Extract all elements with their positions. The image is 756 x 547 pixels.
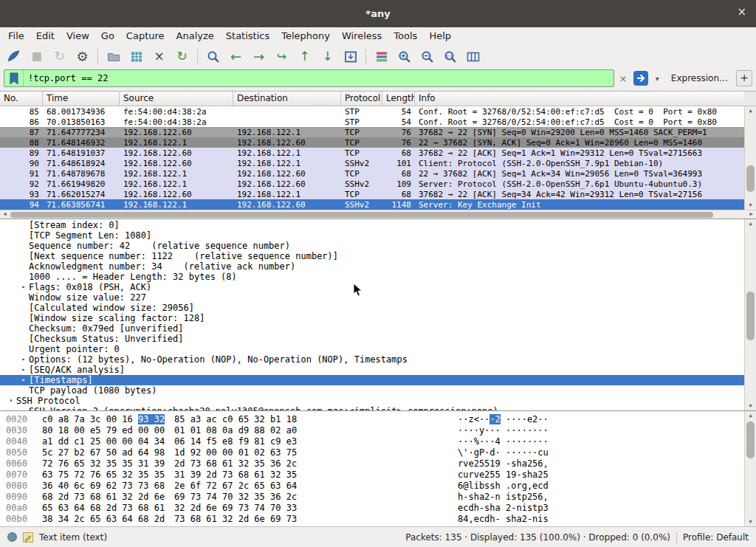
collapsed-expander-icon[interactable]: ▸: [18, 375, 29, 385]
column-header-destination[interactable]: Destination: [233, 92, 341, 106]
open-file-button[interactable]: [102, 47, 125, 66]
save-file-button[interactable]: [125, 47, 148, 66]
status-profile[interactable]: Profile: Default: [683, 532, 749, 543]
auto-scroll-button[interactable]: [339, 47, 362, 66]
packet-row-88[interactable]: 8871.648146932192.168.122.1192.168.122.6…: [0, 137, 744, 148]
hex-row-0040[interactable]: 0040a1 dd c1 25 00 00 04 3406 14 f5 e8 f…: [0, 436, 744, 447]
hex-row-0080[interactable]: 008036 40 6c 69 62 73 73 682e 6f 72 67 2…: [0, 481, 744, 492]
filter-bookmark-icon[interactable]: [4, 70, 24, 86]
detail-line[interactable]: ▸[Timestamps]: [0, 375, 744, 385]
details-scrollbar[interactable]: ▲ ▼: [744, 219, 756, 410]
add-filter-button[interactable]: +: [736, 70, 752, 86]
hex-row-0020[interactable]: 0020c0 a8 7a 3c 00 16 93 3285 a3 ac c0 6…: [0, 414, 744, 425]
column-header-no[interactable]: No.: [0, 92, 43, 106]
display-filter-input[interactable]: !tcp.port == 22: [4, 69, 614, 87]
filter-history-dropdown-icon[interactable]: ▾: [652, 75, 663, 83]
zoom-original-button[interactable]: 1:1: [439, 47, 461, 66]
zoom-out-button[interactable]: [416, 47, 439, 66]
capture-comment-icon[interactable]: [23, 532, 33, 543]
title-bar[interactable]: *any ×: [0, 0, 756, 27]
window-close-icon[interactable]: ×: [737, 7, 746, 18]
go-to-packet-button[interactable]: ↪: [270, 47, 293, 66]
packet-list-hscrollbar[interactable]: ◀ ▶: [0, 210, 756, 219]
column-header-length[interactable]: Length: [382, 92, 415, 106]
menu-item-tools[interactable]: Tools: [388, 29, 423, 43]
scroll-left-icon[interactable]: ◀: [0, 210, 10, 219]
close-file-button[interactable]: ×: [148, 47, 171, 66]
scroll-up-icon[interactable]: ▲: [745, 219, 756, 228]
start-capture-button[interactable]: [2, 47, 25, 66]
packet-row-92[interactable]: 9271.661949820192.168.122.1192.168.122.6…: [0, 179, 744, 189]
hex-row-0050[interactable]: 00505c 27 b2 67 50 ad 64 981d 92 00 00 0…: [0, 447, 744, 458]
go-first-button[interactable]: ↑: [293, 47, 316, 66]
detail-line[interactable]: ▸[SEQ/ACK analysis]: [0, 365, 744, 375]
packet-row-90[interactable]: 9071.648618924192.168.122.60192.168.122.…: [0, 158, 744, 168]
detail-line[interactable]: [Checksum Status: Unverified]: [0, 334, 744, 344]
menu-item-file[interactable]: File: [2, 29, 30, 43]
detail-line[interactable]: TCP payload (1080 bytes): [0, 385, 744, 396]
menu-item-analyze[interactable]: Analyze: [171, 29, 220, 43]
capture-options-button[interactable]: ⚙: [71, 47, 94, 66]
hex-row-00b0[interactable]: 00b038 34 2c 65 63 64 68 2d73 68 61 32 2…: [0, 514, 744, 525]
column-header-info[interactable]: Info: [415, 92, 744, 106]
scroll-right-icon[interactable]: ▶: [746, 210, 756, 219]
menu-item-telephony[interactable]: Telephony: [275, 29, 336, 43]
detail-line[interactable]: 1000 .... = Header Length: 32 bytes (8): [0, 272, 744, 282]
detail-line[interactable]: [Window size scaling factor: 128]: [0, 313, 744, 323]
colorize-button[interactable]: [370, 47, 393, 66]
detail-line[interactable]: Urgent pointer: 0: [0, 344, 744, 354]
hex-row-0060[interactable]: 006072 76 65 32 35 35 31 392d 73 68 61 3…: [0, 458, 744, 469]
scroll-down-icon[interactable]: ▼: [745, 402, 756, 410]
detail-line[interactable]: Window size value: 227: [0, 292, 744, 303]
hex-row-0030[interactable]: 003080 18 00 e5 79 ed 00 0001 01 08 0a d…: [0, 425, 744, 436]
find-packet-button[interactable]: [202, 47, 224, 66]
scroll-up-icon[interactable]: ▲: [745, 411, 756, 420]
detail-line[interactable]: ▸Options: (12 bytes), No-Operation (NOP)…: [0, 354, 744, 365]
detail-line[interactable]: Checksum: 0x79ed [unverified]: [0, 323, 744, 334]
column-header-source[interactable]: Source: [120, 92, 233, 106]
packet-row-89[interactable]: 8971.648191037192.168.122.60192.168.122.…: [0, 148, 744, 158]
detail-line[interactable]: [Next sequence number: 1122 (relative se…: [0, 251, 744, 261]
expanded-expander-icon[interactable]: ▾: [6, 396, 16, 406]
detail-line[interactable]: Sequence number: 42 (relative sequence n…: [0, 241, 744, 251]
scrollbar-thumb[interactable]: [746, 292, 755, 340]
packet-row-94[interactable]: 9471.663856741192.168.122.1192.168.122.6…: [0, 199, 744, 210]
hscrollbar-thumb[interactable]: [10, 212, 713, 218]
hex-row-0070[interactable]: 007063 75 72 76 65 32 35 3531 39 2d 73 6…: [0, 469, 744, 481]
hex-scrollbar[interactable]: ▲ ▼: [744, 411, 756, 526]
menu-item-statistics[interactable]: Statistics: [220, 29, 275, 43]
scroll-down-icon[interactable]: ▼: [745, 517, 756, 526]
detail-line[interactable]: Acknowledgment number: 34 (relative ack …: [0, 261, 744, 272]
menu-item-edit[interactable]: Edit: [30, 29, 61, 43]
collapsed-expander-icon[interactable]: ▸: [18, 282, 29, 292]
zoom-in-button[interactable]: [393, 47, 416, 66]
column-header-time[interactable]: Time: [43, 92, 120, 106]
expression-button[interactable]: Expression…: [665, 73, 734, 83]
hex-row-0090[interactable]: 009068 2d 73 68 61 32 2d 6e69 73 74 70 3…: [0, 492, 744, 503]
resize-columns-button[interactable]: [461, 47, 484, 66]
detail-line[interactable]: [TCP Segment Len: 1080]: [0, 230, 744, 241]
detail-line[interactable]: ▾SSH Protocol: [0, 396, 744, 406]
menu-item-wireless[interactable]: Wireless: [336, 29, 388, 43]
menu-item-help[interactable]: Help: [423, 29, 457, 43]
packet-list-scrollbar[interactable]: ▲ ▼: [744, 106, 756, 210]
stop-capture-button[interactable]: [25, 47, 48, 66]
expert-info-icon[interactable]: [7, 532, 17, 542]
detail-line[interactable]: ▸Flags: 0x018 (PSH, ACK): [0, 282, 744, 292]
packet-row-91[interactable]: 9171.648789678192.168.122.1192.168.122.6…: [0, 168, 744, 179]
packet-row-93[interactable]: 9371.662015274192.168.122.60192.168.122.…: [0, 189, 744, 199]
restart-capture-button[interactable]: ↻: [48, 47, 71, 66]
menu-item-view[interactable]: View: [61, 29, 95, 43]
scroll-up-icon[interactable]: ▲: [745, 106, 756, 115]
packet-row-85[interactable]: 8568.001734936fe:54:00:d4:38:2aSTP54Conf…: [0, 106, 744, 117]
detail-line[interactable]: [Calculated window size: 29056]: [0, 303, 744, 313]
go-back-button[interactable]: ←: [224, 47, 247, 66]
go-forward-button[interactable]: →: [247, 47, 270, 66]
hex-row-00a0[interactable]: 00a065 63 64 68 2d 73 68 6132 2d 6e 69 7…: [0, 503, 744, 514]
collapsed-expander-icon[interactable]: ▸: [18, 365, 29, 375]
reload-file-button[interactable]: ↻: [171, 47, 193, 66]
clear-filter-icon[interactable]: ×: [616, 73, 630, 84]
go-last-button[interactable]: ↓: [316, 47, 339, 66]
collapsed-expander-icon[interactable]: ▸: [18, 354, 29, 365]
apply-filter-button[interactable]: [632, 69, 650, 87]
